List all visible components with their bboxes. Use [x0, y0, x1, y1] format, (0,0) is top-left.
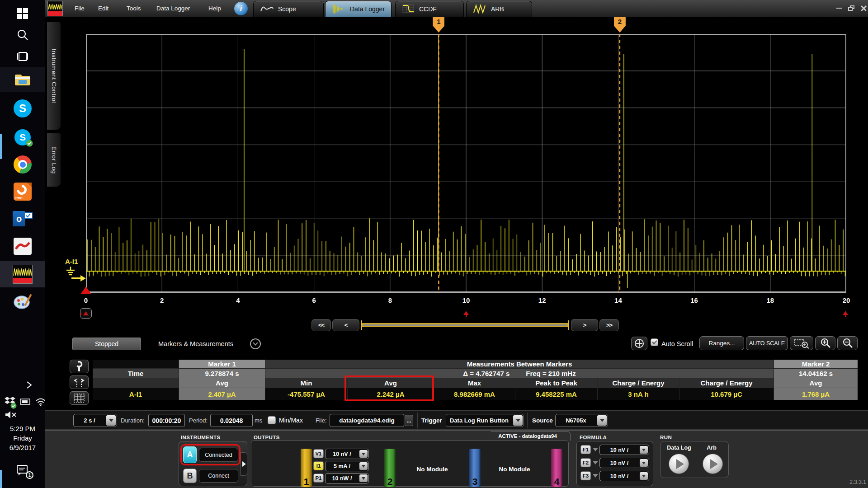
i1-scale-dropdown[interactable]: 5 mA /	[325, 461, 369, 471]
f3-scale-dropdown[interactable]: 10 nV /	[599, 471, 649, 481]
battery-icon[interactable]	[20, 399, 30, 405]
active-file-tab[interactable]: ACTIVE - datalogdata94	[485, 431, 571, 441]
instruments-expander[interactable]	[241, 452, 247, 476]
dropbox-tray-icon[interactable]	[5, 396, 15, 408]
restore-button[interactable]	[846, 4, 856, 13]
outputs-title: OUTPUTS	[254, 435, 280, 440]
marker-adjust-button[interactable]	[70, 375, 89, 389]
task-view-button[interactable]	[0, 47, 45, 66]
v1-scale-dropdown[interactable]: 10 nV /	[325, 449, 369, 459]
taskbar-search-button[interactable]	[0, 25, 45, 45]
status-badge: Stopped	[72, 338, 141, 350]
panel-dropdown-button[interactable]	[250, 338, 261, 349]
scroll-far-left-button[interactable]: <<	[311, 319, 331, 331]
f1-collapse-arrow[interactable]	[593, 448, 598, 451]
tab-data-logger[interactable]: Data Logger	[325, 1, 392, 17]
p1-scale-dropdown[interactable]: 10 nW /	[325, 473, 369, 483]
tab-error-log[interactable]: Error Log	[47, 133, 61, 187]
wifi-icon[interactable]	[35, 397, 45, 406]
f2-chip[interactable]: F2	[580, 458, 591, 467]
paint-button[interactable]	[0, 290, 45, 314]
table-view-button[interactable]	[70, 391, 89, 405]
skype-business-button[interactable]: S	[0, 125, 45, 150]
marker-flag-2[interactable]: 2	[614, 17, 626, 33]
formula-title: FORMULA	[580, 435, 607, 440]
minimize-button[interactable]	[834, 4, 844, 13]
f2-collapse-arrow[interactable]	[593, 461, 598, 465]
scroll-far-right-button[interactable]: >>	[599, 319, 619, 331]
instrument-a-button[interactable]: A	[183, 446, 197, 463]
14585a-app-button[interactable]	[0, 261, 45, 287]
close-button[interactable]	[859, 4, 868, 13]
scrollbar-thumb[interactable]	[362, 323, 568, 327]
instrument-a-status-button[interactable]: Connected	[199, 448, 238, 462]
keysight-io-button[interactable]	[0, 234, 45, 258]
instrument-b-connect-button[interactable]: Connect	[199, 469, 238, 483]
tab-arb[interactable]: ARB	[466, 1, 532, 17]
crosshair-zoom-button[interactable]	[631, 337, 647, 350]
freq-value: Freq = 210 mHz	[526, 370, 576, 377]
marker1-avg-value: 2.407 µA	[179, 388, 265, 400]
source-dropdown[interactable]: N6705x	[555, 414, 608, 427]
marker-flag-1[interactable]: 1	[433, 17, 444, 33]
time-origin-marker[interactable]	[80, 286, 91, 294]
tray-expand-button[interactable]	[0, 379, 45, 391]
f3-collapse-arrow[interactable]	[593, 474, 598, 478]
zoom-out-button[interactable]	[837, 336, 858, 350]
menu-data-logger[interactable]: Data Logger	[156, 0, 190, 17]
f3-chip[interactable]: F3	[580, 471, 591, 480]
waveform-plot[interactable]	[86, 34, 846, 293]
tab-instrument-control[interactable]: Instrument Control	[47, 22, 61, 130]
menu-edit[interactable]: Edit	[98, 0, 108, 17]
v1-chip[interactable]: V1	[313, 449, 324, 458]
timebase-value: 2 s /	[74, 414, 105, 427]
auto-scroll-checkbox[interactable]	[651, 338, 658, 346]
taskbar-clock[interactable]: 5:29 PM Friday 6/9/2017	[0, 424, 45, 452]
chart-scrollbar[interactable]	[361, 319, 570, 331]
skype-button[interactable]: S	[0, 96, 45, 121]
p1-chip[interactable]: P1	[313, 474, 324, 483]
zoom-region-button[interactable]	[790, 336, 813, 350]
instrument-b-button[interactable]: B	[183, 469, 197, 483]
scroll-right-button[interactable]: >	[571, 319, 598, 331]
timebase-dropdown[interactable]: 2 s /	[73, 414, 117, 427]
scroll-left-button[interactable]: <	[332, 319, 359, 331]
volume-muted-icon[interactable]	[5, 410, 18, 421]
ranges-button[interactable]: Ranges...	[699, 336, 744, 350]
duration-field[interactable]: 000:00:20	[148, 414, 185, 427]
menu-tools[interactable]: Tools	[127, 0, 141, 17]
i1-chip[interactable]: I1	[313, 461, 324, 470]
file-explorer-button[interactable]	[0, 67, 45, 92]
foxit-pdf-button[interactable]: PDF	[0, 180, 45, 203]
p1-scale-value: 10 nW /	[326, 474, 359, 483]
f2-scale-dropdown[interactable]: 10 nV /	[599, 458, 649, 468]
chrome-button[interactable]	[0, 153, 45, 176]
f1-chip[interactable]: F1	[580, 445, 591, 454]
datalogger-app-icon	[13, 265, 33, 284]
tab-ccdf[interactable]: CCDF	[395, 1, 464, 17]
zoom-in-button[interactable]	[815, 336, 835, 350]
file-field[interactable]: datalogdata94.edlg	[330, 414, 404, 427]
auto-scale-button[interactable]: AUTO SCALE	[746, 336, 788, 350]
outputs-box: 1 V1 10 nV / I1 5 mA / P1 10 nW / 2 No M…	[251, 440, 569, 487]
tab-scope[interactable]: Scope	[253, 1, 324, 17]
start-button[interactable]	[0, 4, 45, 23]
menu-file[interactable]: File	[75, 0, 85, 17]
menu-help[interactable]: Help	[208, 0, 221, 17]
trigger-dropdown[interactable]: Data Log Run Button	[446, 414, 524, 427]
action-center-button[interactable]: 1	[16, 465, 29, 477]
period-unit: ms	[255, 411, 262, 430]
chrome-icon	[14, 155, 32, 174]
minmax-checkbox[interactable]	[268, 416, 276, 424]
info-button[interactable]: i	[234, 2, 248, 15]
arb-run-button[interactable]	[703, 454, 723, 474]
trigger-position-button[interactable]	[80, 308, 92, 319]
period-field[interactable]: 0.02048	[210, 414, 253, 427]
datalog-run-button[interactable]	[669, 454, 689, 474]
peak-to-peak-value: 9.458225 mA	[515, 388, 597, 400]
file-browse-button[interactable]: ...	[405, 415, 413, 426]
f1-scale-dropdown[interactable]: 10 nV /	[599, 445, 649, 455]
outlook-button[interactable]: o	[0, 207, 45, 230]
measurement-setup-button[interactable]	[70, 360, 89, 373]
red-swoosh-icon	[14, 238, 32, 255]
